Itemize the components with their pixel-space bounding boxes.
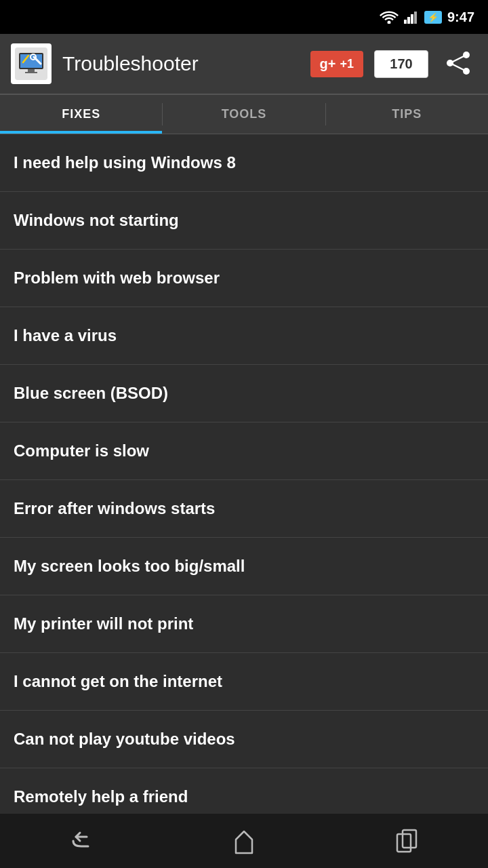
svg-line-17 bbox=[450, 63, 466, 71]
svg-rect-1 bbox=[404, 20, 407, 24]
home-button[interactable] bbox=[224, 821, 264, 861]
list-item[interactable]: I have a virus bbox=[0, 307, 488, 365]
svg-rect-18 bbox=[397, 834, 411, 852]
app-icon bbox=[11, 43, 52, 84]
list-item[interactable]: Error after windows starts bbox=[0, 480, 488, 538]
svg-rect-9 bbox=[25, 72, 37, 73]
count-badge: 170 bbox=[374, 50, 428, 78]
svg-point-0 bbox=[387, 21, 390, 24]
list-item[interactable]: Problem with web browser bbox=[0, 250, 488, 307]
recent-apps-button[interactable] bbox=[386, 821, 427, 861]
status-icons: ⚡ 9:47 bbox=[380, 9, 474, 25]
signal-icon bbox=[404, 10, 419, 24]
app-header: Troubleshooter g+ +1 170 bbox=[0, 34, 488, 95]
app-icon-svg bbox=[15, 47, 47, 80]
tab-tools[interactable]: TOOLS bbox=[163, 95, 325, 134]
svg-rect-3 bbox=[411, 14, 413, 24]
tab-bar: FIXES TOOLS TIPS bbox=[0, 95, 488, 134]
time-display: 9:47 bbox=[447, 9, 474, 25]
battery-icon: ⚡ bbox=[424, 11, 442, 24]
list-item[interactable]: Can not play youtube videos bbox=[0, 711, 488, 768]
list-item[interactable]: Windows not starting bbox=[0, 192, 488, 250]
share-button[interactable] bbox=[439, 44, 477, 84]
back-icon bbox=[68, 827, 95, 854]
status-bar: ⚡ 9:47 bbox=[0, 0, 488, 34]
svg-rect-2 bbox=[407, 17, 410, 24]
gplus-button[interactable]: g+ +1 bbox=[310, 51, 363, 77]
recent-apps-icon bbox=[393, 827, 420, 854]
wifi-icon bbox=[380, 10, 399, 24]
bottom-nav bbox=[0, 814, 488, 868]
list-item[interactable]: I need help using Windows 8 bbox=[0, 134, 488, 192]
fixes-list: I need help using Windows 8 Windows not … bbox=[0, 134, 488, 814]
list-item[interactable]: Remotely help a friend bbox=[0, 768, 488, 814]
app-title: Troubleshooter bbox=[62, 52, 300, 75]
back-button[interactable] bbox=[61, 821, 102, 861]
svg-rect-8 bbox=[28, 69, 35, 72]
gplus-label: +1 bbox=[340, 57, 354, 71]
home-icon bbox=[230, 827, 258, 854]
list-item[interactable]: Blue screen (BSOD) bbox=[0, 365, 488, 422]
share-icon bbox=[445, 50, 472, 77]
svg-rect-19 bbox=[403, 830, 416, 848]
gplus-icon: g+ bbox=[320, 56, 336, 72]
list-item[interactable]: I cannot get on the internet bbox=[0, 653, 488, 711]
svg-line-16 bbox=[450, 55, 466, 63]
list-item[interactable]: My printer will not print bbox=[0, 595, 488, 653]
tab-tips[interactable]: TIPS bbox=[326, 95, 488, 134]
tab-fixes[interactable]: FIXES bbox=[0, 95, 162, 134]
list-item[interactable]: Computer is slow bbox=[0, 422, 488, 480]
svg-rect-4 bbox=[414, 12, 417, 24]
list-item[interactable]: My screen looks too big/small bbox=[0, 538, 488, 595]
